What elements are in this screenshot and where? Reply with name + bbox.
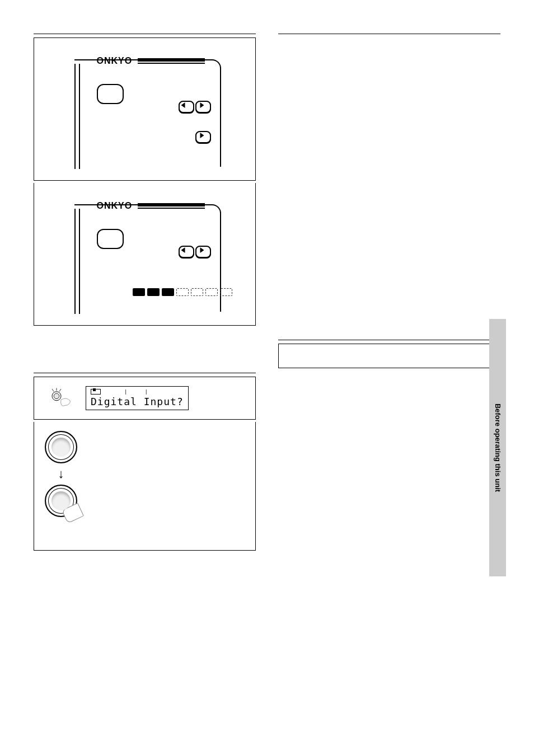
control-dial-press-icon: [45, 485, 77, 517]
brand-label: ONKYO: [97, 56, 205, 66]
figure-remote-upper: ONKYO: [34, 37, 256, 181]
step-7-panel: ↓: [34, 422, 256, 551]
lcd-display: || Digital Input?: [86, 386, 189, 410]
skip-chsel-button-pair: [179, 101, 211, 113]
right-inline-panel: [278, 344, 500, 368]
sidebar-tab: Before operating this unit: [489, 319, 506, 576]
round-button: [97, 84, 124, 104]
step-6-panel: || Digital Input?: [34, 377, 256, 420]
round-button-2: [97, 229, 124, 249]
remote-lower: ONKYO: [67, 194, 223, 312]
lcd-text: Digital Input?: [91, 396, 184, 407]
figure-remote-lower: ONKYO: [34, 183, 256, 326]
control-dial-icon: [45, 431, 77, 463]
down-arrow-icon: ↓: [58, 468, 64, 480]
preset-level-button: [195, 131, 211, 143]
remote-upper: ONKYO: [67, 49, 223, 167]
skip-chsel-button-pair-2: [179, 246, 211, 258]
brand-label-2: ONKYO: [97, 201, 205, 211]
svg-point-1: [54, 393, 59, 399]
number-key-row: [133, 288, 232, 296]
press-icon: [48, 386, 74, 410]
sidebar-tab-label: Before operating this unit: [494, 403, 502, 492]
